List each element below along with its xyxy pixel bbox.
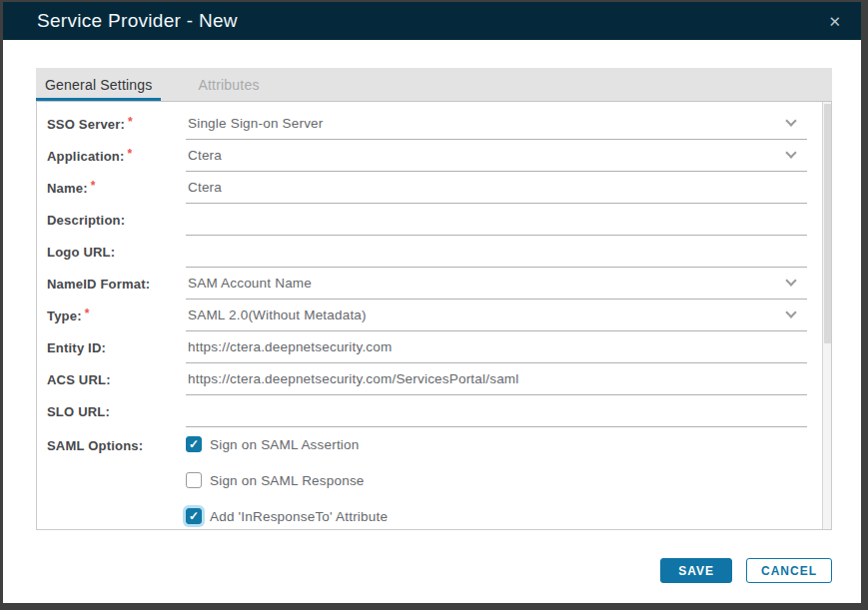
checkbox-add-inresponseto-attribute[interactable]: ✓ <box>186 508 202 524</box>
required-asterisk: * <box>91 179 96 193</box>
chevron-down-icon <box>785 115 796 126</box>
acs-url-field[interactable]: https://ctera.deepnetsecurity.com/Servic… <box>186 363 807 395</box>
required-asterisk: * <box>85 306 90 320</box>
form-field-row: Name:* Ctera <box>47 172 807 204</box>
cancel-button[interactable]: CANCEL <box>746 558 832 583</box>
field-label: NameID Format: <box>47 277 150 292</box>
required-asterisk: * <box>128 115 133 129</box>
form-field-row: Application:* Ctera <box>47 140 807 172</box>
required-asterisk: * <box>128 147 133 161</box>
field-label: Application: <box>47 149 125 164</box>
field-label: Description: <box>47 213 125 228</box>
nameid-format-select[interactable]: SAM Account Name <box>186 268 807 300</box>
logo-url-field[interactable] <box>186 236 807 268</box>
tab-bar: General Settings Attributes <box>36 68 832 101</box>
field-value: https://ctera.deepnetsecurity.com <box>186 339 392 354</box>
form-field-row: ACS URL:* https://ctera.deepnetsecurity.… <box>47 363 807 395</box>
field-value: SAM Account Name <box>186 276 312 291</box>
field-label: SSO Server: <box>47 117 125 132</box>
application-select[interactable]: Ctera <box>186 140 807 172</box>
saml-options-checkboxes: ✓ Sign on SAML Assertion ✓ Sign on SAML … <box>186 435 388 530</box>
sso-server-select[interactable]: Single Sign-on Server <box>186 108 807 140</box>
field-value: Ctera <box>186 180 222 195</box>
checkbox-sign-on-saml-assertion[interactable]: ✓ <box>186 436 202 452</box>
field-value: Single Sign-on Server <box>186 116 324 131</box>
scrollbar-thumb[interactable] <box>824 104 831 343</box>
checkbox-label: Add 'InResponseTo' Attribute <box>210 509 388 524</box>
form-field-row: Description:* <box>47 204 807 236</box>
check-icon: ✓ <box>189 510 199 522</box>
form-field-row: SSO Server:* Single Sign-on Server <box>47 108 807 140</box>
field-label: Logo URL: <box>47 245 115 260</box>
field-label: ACS URL: <box>47 372 111 387</box>
dialog-footer: SAVE CANCEL <box>36 558 832 583</box>
form-field-row: NameID Format:* SAM Account Name <box>47 268 807 300</box>
close-icon[interactable]: ✕ <box>825 11 844 32</box>
service-provider-dialog: Service Provider - New ✕ General Setting… <box>3 2 861 603</box>
name-field[interactable]: Ctera <box>186 172 807 204</box>
form-panel: SSO Server:* Single Sign-on Server Appli… <box>36 101 832 530</box>
field-value: SAML 2.0(Without Metadata) <box>186 307 367 322</box>
field-label: SLO URL: <box>47 404 110 419</box>
form-field-row: Type:* SAML 2.0(Without Metadata) <box>47 300 807 331</box>
checkbox-label: Sign on SAML Assertion <box>210 437 359 452</box>
field-value: Ctera <box>186 148 222 163</box>
tab-general-settings[interactable]: General Settings <box>36 68 161 101</box>
saml-options-label: SAML Options: <box>47 435 186 530</box>
vertical-scrollbar[interactable] <box>822 102 831 529</box>
tab-attributes[interactable]: Attributes <box>189 68 268 101</box>
form-field-row: SLO URL:* <box>47 395 807 427</box>
chevron-down-icon <box>785 147 796 158</box>
checkbox-row: ✓ Sign on SAML Assertion <box>186 435 388 471</box>
saml-options-group: SAML Options: ✓ Sign on SAML Assertion ✓… <box>47 435 807 530</box>
checkbox-row: ✓ Add 'InResponseTo' Attribute <box>186 507 388 530</box>
field-value: https://ctera.deepnetsecurity.com/Servic… <box>186 371 518 386</box>
checkbox-label: Sign on SAML Response <box>210 473 365 488</box>
dialog-header: Service Provider - New ✕ <box>3 2 861 40</box>
chevron-down-icon <box>785 306 796 317</box>
description-field[interactable] <box>186 204 807 236</box>
field-label: Type: <box>47 308 82 323</box>
type-select[interactable]: SAML 2.0(Without Metadata) <box>186 300 807 331</box>
check-icon: ✓ <box>189 438 199 450</box>
field-label: Entity ID: <box>47 340 106 355</box>
dialog-body: General Settings Attributes SSO Server:*… <box>3 40 861 603</box>
form-field-row: Entity ID:* https://ctera.deepnetsecurit… <box>47 331 807 363</box>
slo-url-field[interactable] <box>186 395 807 427</box>
entity-id-field[interactable]: https://ctera.deepnetsecurity.com <box>186 331 807 363</box>
checkbox-sign-on-saml-response[interactable]: ✓ <box>186 472 202 488</box>
checkbox-row: ✓ Sign on SAML Response <box>186 471 388 507</box>
save-button[interactable]: SAVE <box>660 558 732 583</box>
dialog-title: Service Provider - New <box>37 10 238 32</box>
form-field-row: Logo URL:* <box>47 236 807 268</box>
chevron-down-icon <box>785 275 796 286</box>
field-label: Name: <box>47 181 88 196</box>
